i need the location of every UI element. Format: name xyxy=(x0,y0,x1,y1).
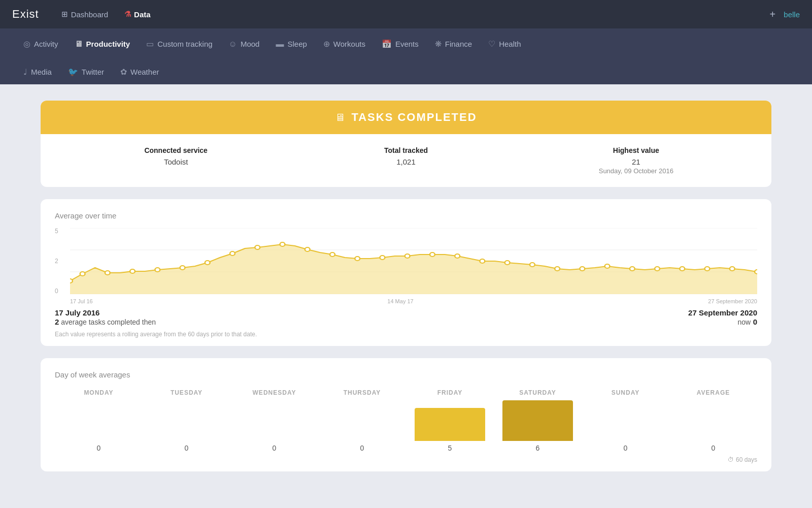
stat-highest-value: Highest value 21 Sunday, 09 October 2016 xyxy=(521,146,751,175)
subnav-sleep[interactable]: ▬ Sleep xyxy=(268,36,314,53)
user-menu[interactable]: belle xyxy=(784,10,800,19)
subnav-activity[interactable]: ◎ Activity xyxy=(16,35,65,53)
dow-col-sunday: SUNDAY0 xyxy=(582,389,669,452)
weather-icon: ✿ xyxy=(120,67,127,77)
day-of-week-card: Day of week averages MONDAY0TUESDAY0WEDN… xyxy=(41,358,771,471)
dow-day-label-4: FRIDAY xyxy=(406,389,494,396)
mood-icon: ☺ xyxy=(229,40,237,49)
svg-point-16 xyxy=(355,257,360,261)
dow-col-friday: FRIDAY5 xyxy=(406,389,494,452)
dow-value-7: 0 xyxy=(669,444,757,452)
dow-footer-text: 60 days xyxy=(736,456,757,463)
svg-point-26 xyxy=(605,264,610,268)
svg-point-5 xyxy=(80,272,85,276)
dow-day-label-3: THURSDAY xyxy=(318,389,406,396)
dow-value-5: 6 xyxy=(494,444,582,452)
nav-data[interactable]: ⚗ Data xyxy=(118,7,157,22)
subnav-mood[interactable]: ☺ Mood xyxy=(222,36,267,53)
workouts-icon: ⊕ xyxy=(323,39,330,49)
svg-point-17 xyxy=(380,256,385,260)
add-button[interactable]: + xyxy=(770,9,776,20)
dow-footer: ⏱ 60 days xyxy=(55,456,757,463)
connected-service-label: Connected service xyxy=(61,146,291,154)
dow-col-thursday: THURSDAY0 xyxy=(318,389,406,452)
dow-col-tuesday: TUESDAY0 xyxy=(143,389,230,452)
highest-value-date: Sunday, 09 October 2016 xyxy=(521,167,751,175)
nav-dashboard[interactable]: ⊞ Dashboard xyxy=(55,7,114,22)
subnav-media[interactable]: ♩ Media xyxy=(16,63,59,81)
svg-point-11 xyxy=(230,251,235,256)
total-tracked-label: Total tracked xyxy=(291,146,521,154)
svg-point-7 xyxy=(130,269,135,273)
right-date: 27 September 2020 xyxy=(688,308,757,317)
dow-value-6: 0 xyxy=(582,444,669,452)
svg-point-28 xyxy=(655,267,660,271)
dashboard-icon: ⊞ xyxy=(61,10,68,19)
dow-bar-5 xyxy=(502,400,572,441)
subnav-finance[interactable]: ❋ Finance xyxy=(428,35,479,53)
subnav-weather[interactable]: ✿ Weather xyxy=(113,63,166,81)
x-axis-labels: 17 Jul 16 14 May 17 27 September 2020 xyxy=(70,298,757,308)
subnav-workouts[interactable]: ⊕ Workouts xyxy=(316,35,373,53)
svg-point-13 xyxy=(280,242,285,246)
y-label-0: 0 xyxy=(55,288,68,294)
dow-day-label-1: TUESDAY xyxy=(143,389,230,396)
productivity-icon: 🖥 xyxy=(75,40,83,49)
svg-point-23 xyxy=(530,263,535,267)
chart-area xyxy=(70,228,757,294)
svg-point-9 xyxy=(180,266,185,270)
dow-day-label-5: SATURDAY xyxy=(494,389,582,396)
y-label-5: 5 xyxy=(55,228,68,234)
x-label-end: 27 September 2020 xyxy=(708,298,757,304)
topbar-right: + belle xyxy=(770,9,800,20)
topbar-nav: ⊞ Dashboard ⚗ Data xyxy=(55,7,157,22)
svg-point-25 xyxy=(580,267,585,271)
subnav-health[interactable]: ♡ Health xyxy=(481,35,528,53)
connected-service-value: Todoist xyxy=(61,157,291,166)
dow-col-saturday: SATURDAY6 xyxy=(494,389,582,452)
dow-bar-container-0 xyxy=(55,400,143,441)
right-value: 0 xyxy=(753,318,757,326)
subnav-productivity[interactable]: 🖥 Productivity xyxy=(67,36,138,53)
tasks-completed-card: 🖥 TASKS COMPLETED Connected service Todo… xyxy=(41,101,771,187)
svg-point-10 xyxy=(205,261,210,265)
stat-connected-service: Connected service Todoist xyxy=(61,146,291,175)
custom-tracking-icon: ▭ xyxy=(146,39,154,49)
chart-annotation-left: 17 July 2016 2 average tasks completed t… xyxy=(55,308,156,327)
svg-point-24 xyxy=(555,267,560,271)
chart-title: Average over time xyxy=(55,211,757,220)
left-text: average tasks completed then xyxy=(61,318,156,326)
dow-value-2: 0 xyxy=(230,444,318,452)
subnav-events[interactable]: 📅 Events xyxy=(375,35,426,53)
events-icon: 📅 xyxy=(382,39,392,49)
tasks-header: 🖥 TASKS COMPLETED xyxy=(41,101,771,134)
subnav-custom-tracking[interactable]: ▭ Custom tracking xyxy=(139,35,219,53)
dow-day-label-6: SUNDAY xyxy=(582,389,669,396)
svg-point-6 xyxy=(105,271,110,275)
total-tracked-value: 1,021 xyxy=(291,157,521,166)
activity-icon: ◎ xyxy=(23,39,30,49)
svg-point-4 xyxy=(70,279,73,283)
media-icon: ♩ xyxy=(23,67,27,77)
app-logo[interactable]: Exist xyxy=(12,8,39,21)
dow-value-0: 0 xyxy=(55,444,143,452)
topbar: Exist ⊞ Dashboard ⚗ Data + belle xyxy=(0,0,812,28)
svg-point-22 xyxy=(505,261,510,265)
clock-icon: ⏱ xyxy=(728,456,734,463)
chart-note: Each value represents a rolling average … xyxy=(55,331,757,338)
svg-point-27 xyxy=(630,267,635,271)
right-label: now xyxy=(738,318,751,326)
dow-title: Day of week averages xyxy=(55,370,757,379)
dow-bar-4 xyxy=(415,408,485,441)
svg-point-20 xyxy=(455,254,460,258)
dow-col-wednesday: WEDNESDAY0 xyxy=(230,389,318,452)
main-content: 🖥 TASKS COMPLETED Connected service Todo… xyxy=(0,84,812,500)
highest-value-label: Highest value xyxy=(521,146,751,154)
subnav: ◎ Activity 🖥 Productivity ▭ Custom track… xyxy=(0,28,812,84)
subnav-twitter[interactable]: 🐦 Twitter xyxy=(61,63,111,81)
svg-point-15 xyxy=(330,252,335,257)
svg-point-21 xyxy=(480,259,485,263)
stat-total-tracked: Total tracked 1,021 xyxy=(291,146,521,175)
y-label-2: 2 xyxy=(55,258,68,264)
left-value: 2 xyxy=(55,318,59,326)
